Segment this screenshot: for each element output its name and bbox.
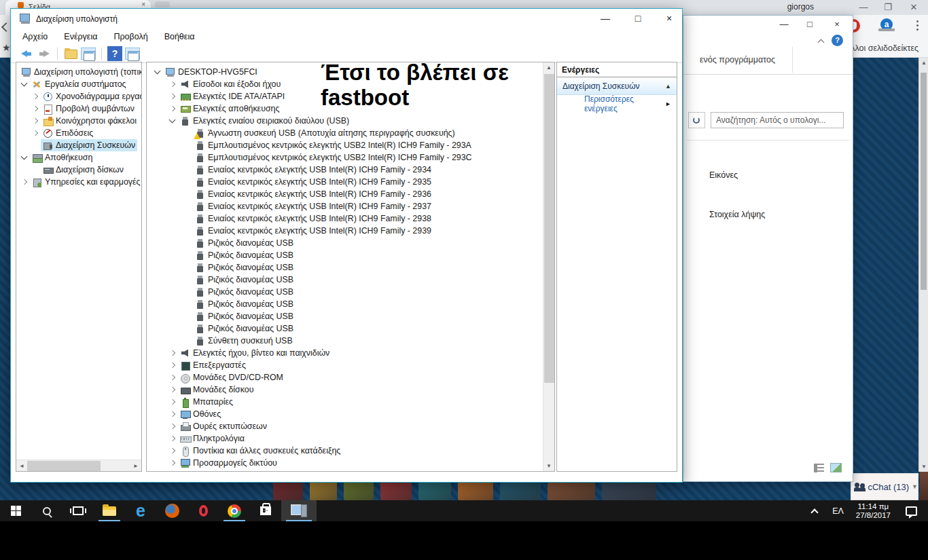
scroll-right-icon[interactable]: ► [133,463,139,469]
tree-item[interactable]: Μπαταρίες [147,396,554,408]
tree-item-body[interactable]: Ουρές εκτυπώσεων [178,420,269,432]
scroll-left-icon[interactable]: ◄ [19,463,24,469]
more-actions-item[interactable]: Περισσότερες ενέργειες ► [557,95,677,113]
tree-item[interactable]: Ριζικός διανομέας USB [147,237,554,249]
chevron-right-icon[interactable] [167,372,178,383]
chevron-down-icon[interactable] [19,79,30,90]
tree-item[interactable]: Υπηρεσίες και εφαρμογές [16,176,141,188]
cm-maximize-button[interactable]: □ [626,11,649,27]
scroll-down-icon[interactable]: ▼ [546,463,552,469]
chat-widget[interactable]: cChat (13) ▼ [851,473,918,500]
tree-item-body[interactable]: Ενιαίος κεντρικός ελεγκτής USB Intel(R) … [193,176,433,188]
new-tab-button[interactable] [155,1,170,7]
taskbar-store[interactable] [250,500,281,521]
chevron-right-icon[interactable] [167,91,178,102]
refresh-button[interactable] [688,112,705,128]
tab-close-icon[interactable]: × [141,1,145,8]
explorer-maximize-button[interactable]: □ [800,18,820,32]
explorer-help-button[interactable]: ? [832,35,843,46]
chevron-right-icon[interactable] [167,421,178,432]
tree-item[interactable]: Ριζικός διανομέας USB [147,249,554,261]
tree-item-body[interactable]: Επιδόσεις [41,127,95,139]
tree-item-body[interactable]: Ριζικός διανομέας USB [193,310,296,322]
tree-item[interactable]: Κοινόχρηστοι φάκελοι [16,115,141,127]
tree-item-body[interactable]: Ριζικός διανομέας USB [193,237,296,249]
tree-item-body[interactable]: Ριζικός διανομέας USB [193,249,296,261]
tree-item[interactable]: Προσαρμογείς δικτύου [147,457,554,469]
tree-item[interactable]: Ενιαίος κεντρικός ελεγκτής USB Intel(R) … [147,200,554,212]
tree-item[interactable]: Χρονοδιάγραμμα εργασ [16,90,141,102]
collapse-icon[interactable]: ▲ [665,83,671,90]
thumbnail-view-icon[interactable] [830,463,842,472]
chevron-right-icon[interactable] [167,384,178,395]
chevron-down-icon[interactable] [167,115,178,126]
actions-group-header[interactable]: Διαχείριση Συσκευών ▲ [557,77,677,95]
tree-item[interactable]: Εργαλεία συστήματος [16,78,141,90]
tree-item-body[interactable]: Ριζικός διανομέας USB [193,286,296,298]
tree-item-body[interactable]: Χρονοδιάγραμμα εργασ [41,90,142,102]
tree-item[interactable]: Διαχείριση δίσκων [16,164,141,176]
explorer-item[interactable]: Στοιχεία λήψης [709,210,765,219]
chat-collapse-icon[interactable]: ▼ [912,483,918,490]
browser-maximize-button[interactable]: ❐ [878,1,898,14]
tree-item-body[interactable]: Ριζικός διανομέας USB [193,322,296,335]
tree-item[interactable]: Πληκτρολόγια [147,432,554,445]
explorer-item[interactable]: Εικόνες [709,170,738,180]
tree-item-body[interactable]: Σύνθετη συσκευή USB [193,335,295,347]
start-button[interactable] [0,500,31,521]
tree-item[interactable]: Άγνωστη συσκευή USB (Αποτυχία αίτησης πε… [147,127,554,139]
tree-item-body[interactable]: Μπαταρίες [178,396,235,408]
tree-item-body[interactable]: Μονάδες δίσκου [178,384,255,396]
menu-1[interactable]: Ενέργεια [64,32,97,41]
chevron-right-icon[interactable] [167,79,178,90]
tree-item[interactable]: Ελεγκτές ήχου, βίντεο και παιχνιδιών [147,347,554,359]
ribbon-command-label[interactable]: ενός προγράμματος [700,55,775,64]
tree-item-body[interactable]: Ποντίκια και άλλες συσκευές κατάδειξης [178,445,342,457]
browser-back-icon[interactable] [1,22,11,31]
page-scroll-thumb[interactable] [921,73,927,290]
forward-button[interactable] [37,46,52,61]
chevron-right-icon[interactable] [167,445,178,456]
tree-item[interactable]: Επεξεργαστές [147,359,554,371]
tree-item-body[interactable]: Ελεγκτές IDE ATA/ATAPI [178,90,287,102]
tree-item-body[interactable]: Ελεγκτές αποθήκευσης [178,102,281,115]
details-view-icon[interactable] [814,464,824,472]
show-action-pane-button[interactable] [125,48,140,60]
tree-item[interactable]: Εμπλουτισμένος κεντρικός ελεγκτής USB2 I… [147,151,554,164]
tree-item[interactable]: Μονάδες δίσκου [147,384,554,396]
up-folder-button[interactable] [63,46,78,61]
tree-item-body[interactable]: Αποθήκευση [30,151,94,164]
chevron-right-icon[interactable] [167,360,178,371]
tree-item-body[interactable]: Ενιαίος κεντρικός ελεγκτής USB Intel(R) … [193,225,433,237]
tree-item-body[interactable]: Ριζικός διανομέας USB [193,298,296,310]
menu-0[interactable]: Αρχείο [22,32,48,41]
taskbar-computer-management[interactable] [281,500,317,521]
tree-item-body[interactable]: Εργαλεία συστήματος [30,78,128,90]
tree-item-body[interactable]: Ελεγκτές ήχου, βίντεο και παιχνιδιών [178,347,332,359]
show-hidden-icons-button[interactable] [810,508,819,514]
page-scroll-down-icon[interactable]: ▼ [919,464,928,470]
tree-item[interactable]: Ριζικός διανομέας USB [147,274,554,286]
tree-item-body[interactable]: Επεξεργαστές [178,359,248,371]
tree-item-body[interactable]: Διαχείριση υπολογιστή (τοπικ [19,66,142,78]
scroll-thumb[interactable] [544,74,554,383]
tree-item[interactable]: Αποθήκευση [16,151,141,164]
tree-item[interactable]: Ελεγκτές ενιαίου σειριακού διαύλου (USB) [147,115,554,127]
chevron-right-icon[interactable] [19,176,30,187]
taskbar-edge[interactable]: e [125,500,156,521]
taskbar-firefox[interactable] [156,500,188,521]
tree-item-body[interactable]: Διαχείριση δίσκων [41,164,126,176]
tree-item-body[interactable]: Ενιαίος κεντρικός ελεγκτής USB Intel(R) … [193,188,433,200]
browser-minimize-button[interactable]: — [853,1,874,14]
tree-item[interactable]: Ριζικός διανομέας USB [147,298,554,310]
explorer-close-button[interactable]: × [827,18,847,32]
tree-item-body[interactable]: Οθόνες [178,408,223,420]
help-button[interactable] [107,46,122,61]
taskbar-chrome[interactable] [219,500,250,521]
browser-close-button[interactable]: ✕ [904,1,924,14]
tree-item[interactable]: Ουρές εκτυπώσεων [147,420,554,432]
chevron-down-icon[interactable] [152,67,163,77]
tree-item-body[interactable]: Ενιαίος κεντρικός ελεγκτής USB Intel(R) … [193,200,433,212]
tree-item-body[interactable]: Είσοδοι και έξοδοι ήχου [178,78,283,90]
chevron-right-icon[interactable] [30,128,41,138]
